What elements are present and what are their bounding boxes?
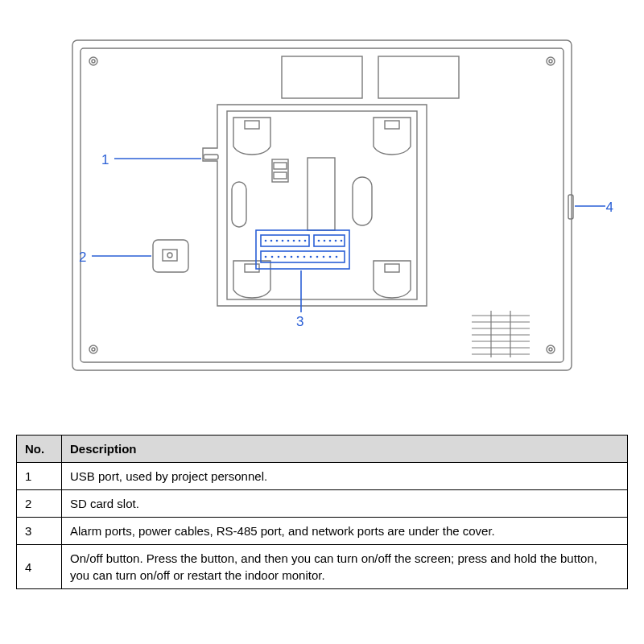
svg-point-42 — [270, 240, 273, 242]
svg-point-63 — [323, 256, 325, 258]
table-row: 4 On/off button. Press the button, and t… — [17, 545, 628, 589]
svg-point-52 — [335, 240, 337, 242]
svg-point-26 — [167, 253, 172, 258]
svg-rect-13 — [245, 121, 259, 129]
callout-2-sd: 2 — [79, 250, 86, 266]
svg-point-53 — [341, 240, 343, 242]
svg-rect-12 — [227, 111, 417, 299]
svg-point-56 — [278, 256, 280, 258]
table-row: 2 SD card slot. — [17, 490, 628, 518]
row-desc: SD card slot. — [62, 490, 628, 518]
svg-point-51 — [329, 240, 332, 242]
svg-point-7 — [92, 348, 95, 351]
svg-point-60 — [303, 256, 306, 258]
svg-rect-24 — [153, 240, 188, 272]
row-desc: Alarm ports, power cables, RS-485 port, … — [62, 518, 628, 545]
svg-point-64 — [329, 256, 332, 258]
svg-rect-19 — [274, 163, 287, 169]
svg-rect-14 — [385, 121, 399, 129]
svg-point-55 — [271, 256, 274, 258]
header-no: No. — [17, 436, 62, 463]
table-row: 1 USB port, used by project personnel. — [17, 463, 628, 490]
svg-point-47 — [299, 240, 301, 242]
svg-point-57 — [284, 256, 287, 258]
svg-point-61 — [310, 256, 312, 258]
device-svg — [16, 16, 628, 402]
svg-rect-38 — [261, 235, 309, 246]
callout-3-ports: 3 — [296, 314, 303, 330]
svg-point-59 — [297, 256, 299, 258]
svg-rect-40 — [261, 251, 345, 262]
svg-point-5 — [549, 60, 552, 63]
callout-4-power: 4 — [606, 200, 613, 216]
svg-point-58 — [291, 256, 293, 258]
svg-point-45 — [287, 240, 290, 242]
svg-point-41 — [265, 240, 267, 242]
svg-point-3 — [92, 60, 95, 63]
row-desc: On/off button. Press the button, and the… — [62, 545, 628, 589]
svg-point-50 — [324, 240, 326, 242]
svg-rect-10 — [282, 56, 362, 98]
svg-point-48 — [304, 240, 307, 242]
svg-rect-25 — [163, 250, 177, 261]
row-desc: USB port, used by project personnel. — [62, 463, 628, 490]
row-no: 3 — [17, 518, 62, 545]
svg-point-46 — [293, 240, 295, 242]
row-no: 2 — [17, 490, 62, 518]
svg-point-62 — [316, 256, 319, 258]
svg-rect-20 — [274, 172, 287, 179]
svg-rect-17 — [204, 155, 218, 159]
row-no: 4 — [17, 545, 62, 589]
svg-point-9 — [549, 348, 552, 351]
svg-point-8 — [547, 345, 555, 353]
description-table: No. Description 1 USB port, used by proj… — [16, 435, 628, 589]
svg-point-43 — [276, 240, 279, 242]
svg-point-44 — [282, 240, 284, 242]
svg-rect-15 — [245, 264, 259, 272]
svg-point-49 — [318, 240, 320, 242]
svg-point-6 — [89, 345, 97, 353]
svg-point-65 — [336, 256, 338, 258]
svg-rect-21 — [308, 158, 335, 230]
row-no: 1 — [17, 463, 62, 490]
device-rear-diagram: 1 2 3 4 — [16, 16, 628, 402]
svg-rect-22 — [353, 177, 372, 225]
svg-rect-36 — [568, 195, 573, 219]
svg-point-2 — [89, 57, 97, 65]
svg-rect-16 — [385, 264, 399, 272]
table-row: 3 Alarm ports, power cables, RS-485 port… — [17, 518, 628, 545]
svg-rect-23 — [232, 182, 246, 227]
svg-rect-0 — [72, 40, 572, 370]
svg-point-54 — [265, 256, 267, 258]
callout-1-usb: 1 — [101, 152, 109, 168]
svg-point-4 — [547, 57, 555, 65]
svg-rect-11 — [378, 56, 459, 98]
header-description: Description — [62, 436, 628, 463]
